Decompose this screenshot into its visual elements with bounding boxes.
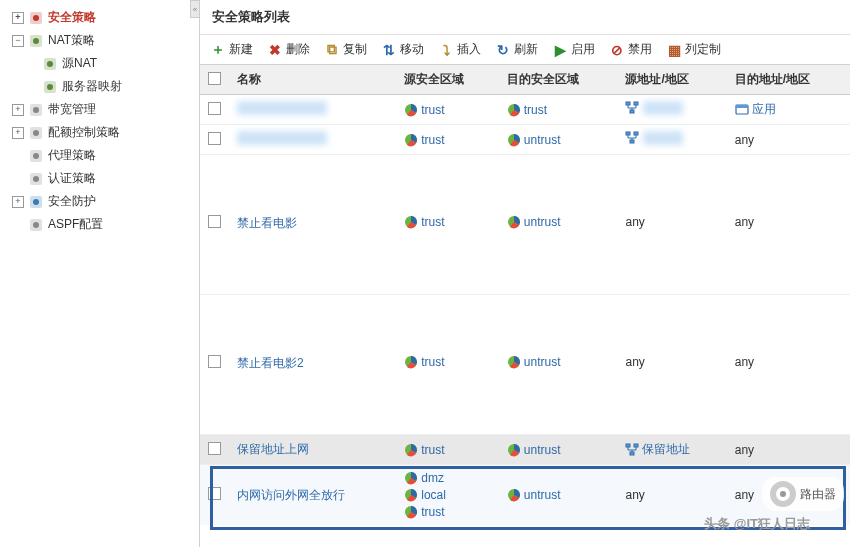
tree-icon [28, 171, 44, 187]
checkbox-all[interactable] [208, 72, 221, 85]
nav-tree: +安全策略−NAT策略源NAT服务器映射+带宽管理+配额控制策略代理策略认证策略… [0, 0, 199, 242]
svg-rect-23 [634, 102, 638, 105]
svg-rect-40 [630, 452, 634, 455]
policy-name[interactable]: 禁止看电影 [237, 216, 297, 230]
dst-addr[interactable]: 应用 [752, 101, 776, 118]
svg-rect-39 [634, 444, 638, 447]
nav-item-7[interactable]: ASPF配置 [0, 213, 199, 236]
toolbar-plus-button[interactable]: ＋新建 [210, 41, 253, 58]
toolbar-enable-button[interactable]: ▶启用 [552, 41, 595, 58]
watermark-badge: 路由器 [762, 477, 844, 511]
src-addr: any [625, 488, 644, 502]
table-row[interactable]: trustuntrust any [200, 125, 850, 155]
nav-item-1[interactable]: −NAT策略 [0, 29, 199, 52]
svg-rect-30 [634, 132, 638, 135]
tree-icon [28, 125, 44, 141]
zone-tag: dmz [404, 471, 491, 485]
expander-icon[interactable]: + [12, 104, 24, 116]
toolbar-disable-button[interactable]: ⊘禁用 [609, 41, 652, 58]
zone-tag: untrust [507, 133, 610, 147]
svg-rect-38 [626, 444, 630, 447]
svg-rect-31 [630, 140, 634, 143]
col-src-addr: 源地址/地区 [617, 65, 726, 95]
src-addr: any [625, 215, 644, 229]
expander-icon[interactable]: + [12, 12, 24, 24]
expander-icon[interactable]: − [12, 35, 24, 47]
table-row[interactable]: trusttrust 应用 [200, 95, 850, 125]
dst-addr: any [735, 133, 754, 147]
col-src-zone: 源安全区域 [396, 65, 499, 95]
zone-tag: trust [404, 103, 491, 117]
policy-name[interactable]: 禁止看电影2 [237, 356, 304, 370]
svg-point-5 [47, 61, 53, 67]
src-addr: any [625, 355, 644, 369]
svg-point-15 [33, 176, 39, 182]
watermark-text: 头条 @IT狂人日志 [704, 515, 810, 533]
nav-item-1-0[interactable]: 源NAT [0, 52, 199, 75]
zone-tag: trust [404, 133, 491, 147]
sidebar: « +安全策略−NAT策略源NAT服务器映射+带宽管理+配额控制策略代理策略认证… [0, 0, 200, 547]
col-checkbox [200, 65, 229, 95]
tree-icon [28, 217, 44, 233]
svg-point-19 [33, 222, 39, 228]
toolbar-delete-button[interactable]: ✖删除 [267, 41, 310, 58]
svg-rect-24 [630, 110, 634, 113]
tree-icon [42, 56, 58, 72]
dst-addr: any [735, 443, 754, 457]
svg-point-9 [33, 107, 39, 113]
zone-tag: untrust [507, 488, 610, 502]
toolbar: ＋新建✖删除⧉复制⇅移动⤵插入↻刷新▶启用⊘禁用▦列定制 [200, 35, 850, 65]
toolbar-move-button[interactable]: ⇅移动 [381, 41, 424, 58]
toolbar-cols-button[interactable]: ▦列定制 [666, 41, 721, 58]
svg-rect-22 [626, 102, 630, 105]
redacted-name [237, 131, 327, 145]
router-icon [770, 481, 796, 507]
zone-tag: untrust [507, 355, 610, 369]
nav-item-3[interactable]: +配额控制策略 [0, 121, 199, 144]
toolbar-refresh-button[interactable]: ↻刷新 [495, 41, 538, 58]
nav-item-5[interactable]: 认证策略 [0, 167, 199, 190]
toolbar-insert-button[interactable]: ⤵插入 [438, 41, 481, 58]
expander-icon[interactable]: + [12, 127, 24, 139]
col-dst-zone: 目的安全区域 [499, 65, 618, 95]
policy-table: 名称 源安全区域 目的安全区域 源地址/地区 目的地址/地区 trusttrus… [200, 65, 850, 525]
nav-item-6[interactable]: +安全防护 [0, 190, 199, 213]
zone-tag: untrust [507, 215, 610, 229]
row-checkbox[interactable] [208, 487, 221, 500]
tree-icon [42, 79, 58, 95]
nav-item-0[interactable]: +安全策略 [0, 6, 199, 29]
table-row[interactable]: 禁止看电影2trustuntrustanyany [200, 295, 850, 435]
svg-rect-29 [626, 132, 630, 135]
nav-item-1-1[interactable]: 服务器映射 [0, 75, 199, 98]
row-checkbox[interactable] [208, 132, 221, 145]
redacted-addr [643, 131, 683, 145]
toolbar-copy-button[interactable]: ⧉复制 [324, 41, 367, 58]
svg-rect-26 [736, 105, 748, 108]
row-checkbox[interactable] [208, 442, 221, 455]
col-name: 名称 [229, 65, 396, 95]
tree-icon [28, 148, 44, 164]
zone-tag: trust [507, 103, 610, 117]
redacted-addr [643, 101, 683, 115]
row-checkbox[interactable] [208, 215, 221, 228]
sidebar-collapse-handle[interactable]: « [190, 0, 200, 18]
svg-point-7 [47, 84, 53, 90]
zone-tag: local [404, 488, 491, 502]
policy-name[interactable]: 内网访问外网全放行 [237, 488, 345, 502]
expander-icon[interactable]: + [12, 196, 24, 208]
dst-addr: any [735, 215, 754, 229]
nav-item-2[interactable]: +带宽管理 [0, 98, 199, 121]
row-checkbox[interactable] [208, 102, 221, 115]
redacted-name [237, 101, 327, 115]
nav-item-4[interactable]: 代理策略 [0, 144, 199, 167]
table-row[interactable]: 保留地址上网trustuntrust保留地址any [200, 435, 850, 465]
svg-point-1 [33, 15, 39, 21]
src-addr[interactable]: 保留地址 [642, 441, 690, 458]
dst-addr: any [735, 488, 754, 502]
zone-tag: trust [404, 355, 491, 369]
tree-icon [28, 194, 44, 210]
row-checkbox[interactable] [208, 355, 221, 368]
table-row[interactable]: 禁止看电影trustuntrustanyany [200, 155, 850, 295]
policy-name[interactable]: 保留地址上网 [237, 442, 309, 456]
zone-tag: trust [404, 215, 491, 229]
